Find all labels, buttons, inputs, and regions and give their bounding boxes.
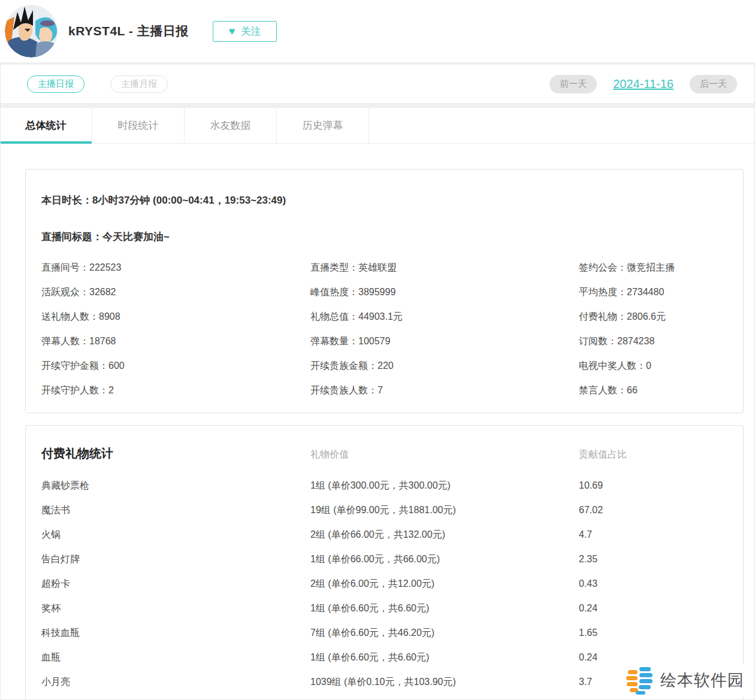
stat-item: 开续贵族金额：220 [310, 360, 579, 371]
gift-value: 1组 (单价6.60元，共6.60元) [310, 651, 579, 663]
avatar-illustration [5, 5, 58, 57]
prev-day-button[interactable]: 前一天 [549, 75, 597, 93]
stat-item: 弹幕人数：18768 [41, 335, 310, 347]
gift-percent: 0.24 [579, 651, 728, 663]
gift-value: 1039组 (单价0.10元，共103.90元) [310, 676, 579, 687]
gift-percent-column-header: 贡献值占比 [579, 449, 728, 461]
gift-percent: 67.02 [579, 504, 728, 516]
watermark-logo-icon [626, 666, 654, 695]
stream-duration: 本日时长：8小时37分钟 (00:00~04:41，19:53~23:49) [41, 193, 728, 207]
gift-percent: 0.24 [579, 602, 728, 614]
site-watermark: 绘本软件园 [623, 664, 747, 696]
heart-icon: ♥ [229, 26, 235, 37]
stat-item: 直播间号：222523 [41, 262, 310, 273]
overview-card: 本日时长：8小时37分钟 (00:00~04:41，19:53~23:49) 直… [25, 169, 744, 413]
report-nav-band: 主播日报 主播月报 前一天 2024-11-16 后一天 [0, 65, 755, 103]
stream-room-title: 直播间标题：今天比赛加油~ [41, 230, 728, 244]
gift-value: 2组 (单价66.00元，共132.00元) [310, 529, 579, 540]
gift-name: 魔法书 [41, 504, 310, 516]
tab-content: 本日时长：8小时37分钟 (00:00~04:41，19:53~23:49) 直… [0, 144, 755, 700]
stat-item: 签约公会：微竞招主播 [579, 262, 728, 273]
gift-value: 1组 (单价66.00元，共66.00元) [310, 553, 579, 565]
stat-item: 开续守护金额：600 [41, 360, 310, 371]
stat-item: 开续贵族人数：7 [310, 384, 579, 396]
stat-item: 开续守护人数：2 [41, 384, 310, 396]
gift-value: 19组 (单价99.00元，共1881.00元) [310, 504, 579, 516]
page-title: kRYST4L - 主播日报 [68, 23, 189, 40]
tab-overall-stats[interactable]: 总体统计 [0, 108, 92, 143]
gift-name: 典藏钞票枪 [41, 480, 310, 491]
stat-item: 订阅数：2874238 [579, 335, 728, 347]
gift-percent: 0.43 [579, 578, 728, 589]
gift-value: 2组 (单价6.00元，共12.00元) [310, 578, 579, 589]
tab-danmaku-history[interactable]: 历史弹幕 [277, 108, 369, 143]
stat-item: 付费礼物：2806.6元 [579, 311, 728, 322]
tab-viewer-data[interactable]: 水友数据 [185, 108, 277, 143]
next-day-button[interactable]: 后一天 [690, 75, 737, 93]
stat-item: 礼物总值：44903.1元 [310, 311, 579, 322]
gift-name: 奖杯 [41, 602, 310, 614]
gift-value: 1组 (单价300.00元，共300.00元) [310, 480, 579, 491]
gift-value: 1组 (单价6.60元，共6.60元) [310, 602, 579, 614]
gifts-section-title: 付费礼物统计 [41, 446, 310, 462]
divider [0, 103, 755, 108]
stat-item: 送礼物人数：8908 [41, 311, 310, 322]
date-picker-link[interactable]: 2024-11-16 [613, 77, 674, 91]
stats-tab-bar: 总体统计 时段统计 水友数据 历史弹幕 [0, 108, 755, 144]
stat-item: 弹幕数量：100579 [310, 335, 579, 347]
stat-item: 平均热度：2734480 [579, 286, 728, 298]
gift-name: 科技血瓶 [41, 627, 310, 638]
stat-item: 直播类型：英雄联盟 [310, 262, 579, 273]
gifts-table-header: 付费礼物统计 礼物价值 贡献值占比 [41, 446, 728, 462]
gift-name: 小月亮 [41, 676, 310, 687]
gift-name: 超粉卡 [41, 578, 310, 589]
streamer-avatar[interactable] [5, 5, 58, 57]
gift-value: 7组 (单价6.60元，共46.20元) [310, 627, 579, 638]
stat-item: 电视中奖人数：0 [579, 360, 728, 371]
gift-percent: 2.35 [579, 553, 728, 565]
follow-button-label: 关注 [240, 25, 261, 38]
daily-report-pill[interactable]: 主播日报 [27, 75, 84, 93]
stat-item: 活跃观众：32682 [41, 286, 310, 298]
gift-value-column-header: 礼物价值 [310, 449, 579, 461]
gift-percent: 1.65 [579, 627, 728, 638]
stat-item: 峰值热度：3895999 [310, 286, 579, 298]
monthly-report-pill[interactable]: 主播月报 [110, 75, 168, 93]
gift-percent: 4.7 [579, 529, 728, 540]
overview-stats-grid: 直播间号：222523 直播类型：英雄联盟 签约公会：微竞招主播 活跃观众：32… [41, 262, 728, 396]
gift-name: 告白灯牌 [41, 553, 310, 565]
gift-percent: 10.69 [579, 480, 728, 491]
watermark-label: 绘本软件园 [660, 669, 744, 691]
gift-name: 火锅 [41, 529, 310, 540]
tab-period-stats[interactable]: 时段统计 [92, 108, 185, 143]
page-header: kRYST4L - 主播日报 ♥ 关注 [0, 0, 755, 62]
gift-name: 血瓶 [41, 651, 310, 663]
follow-button[interactable]: ♥ 关注 [213, 21, 277, 42]
paid-gifts-card: 付费礼物统计 礼物价值 贡献值占比 典藏钞票枪 1组 (单价300.00元，共3… [25, 425, 744, 700]
stat-item: 禁言人数：66 [579, 384, 728, 396]
